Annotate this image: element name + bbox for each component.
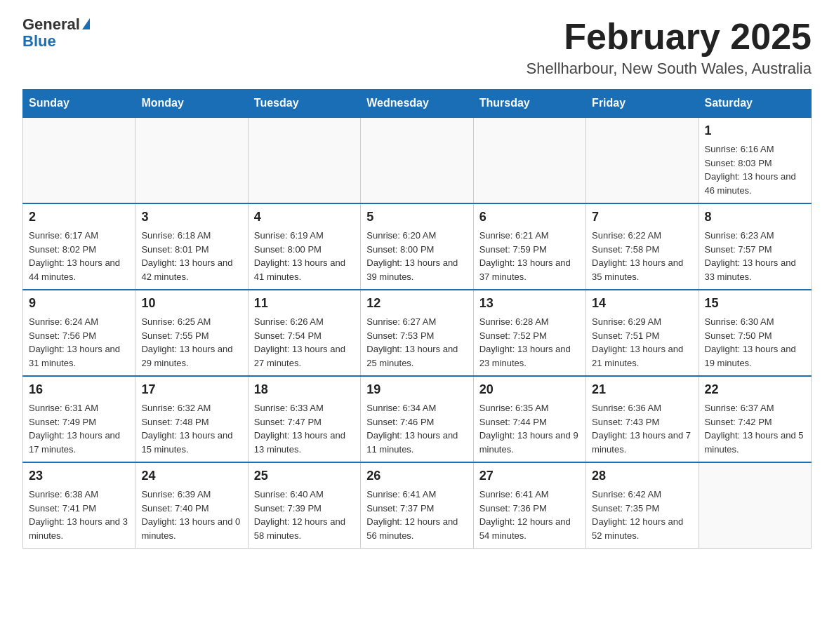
day-info: Sunrise: 6:38 AM Sunset: 7:41 PM Dayligh… — [29, 488, 129, 542]
day-number: 16 — [29, 382, 129, 397]
day-number: 6 — [479, 210, 580, 224]
day-info: Sunrise: 6:34 AM Sunset: 7:46 PM Dayligh… — [366, 401, 467, 456]
day-info: Sunrise: 6:24 AM Sunset: 7:56 PM Dayligh… — [29, 315, 129, 370]
day-number: 20 — [479, 382, 580, 397]
day-number: 7 — [592, 210, 692, 224]
calendar-day-cell: 17Sunrise: 6:32 AM Sunset: 7:48 PM Dayli… — [135, 376, 248, 462]
calendar-day-cell: 5Sunrise: 6:20 AM Sunset: 8:00 PM Daylig… — [361, 203, 473, 290]
day-info: Sunrise: 6:41 AM Sunset: 7:36 PM Dayligh… — [479, 488, 580, 542]
calendar-day-cell: 21Sunrise: 6:36 AM Sunset: 7:43 PM Dayli… — [586, 376, 699, 462]
day-info: Sunrise: 6:21 AM Sunset: 7:59 PM Dayligh… — [479, 229, 580, 283]
day-number: 22 — [705, 382, 805, 397]
calendar-day-cell: 16Sunrise: 6:31 AM Sunset: 7:49 PM Dayli… — [23, 376, 135, 462]
calendar-header-wednesday: Wednesday — [361, 90, 473, 118]
page-header: General Blue February 2025 Shellharbour,… — [22, 17, 812, 78]
calendar-day-cell — [248, 117, 360, 203]
day-info: Sunrise: 6:42 AM Sunset: 7:35 PM Dayligh… — [592, 488, 692, 542]
day-number: 23 — [29, 469, 129, 483]
day-number: 26 — [366, 469, 467, 483]
calendar-day-cell: 19Sunrise: 6:34 AM Sunset: 7:46 PM Dayli… — [361, 376, 473, 462]
calendar-header-tuesday: Tuesday — [248, 90, 360, 118]
calendar-day-cell: 10Sunrise: 6:25 AM Sunset: 7:55 PM Dayli… — [135, 290, 248, 376]
calendar-day-cell: 6Sunrise: 6:21 AM Sunset: 7:59 PM Daylig… — [473, 203, 585, 290]
title-section: February 2025 Shellharbour, New South Wa… — [527, 17, 812, 78]
day-number: 15 — [705, 296, 805, 311]
calendar-day-cell: 26Sunrise: 6:41 AM Sunset: 7:37 PM Dayli… — [361, 462, 473, 549]
calendar-day-cell: 28Sunrise: 6:42 AM Sunset: 7:35 PM Dayli… — [586, 462, 699, 549]
calendar-table: SundayMondayTuesdayWednesdayThursdayFrid… — [22, 89, 812, 549]
calendar-day-cell — [135, 117, 248, 203]
calendar-day-cell: 1Sunrise: 6:16 AM Sunset: 8:03 PM Daylig… — [699, 117, 811, 203]
day-number: 8 — [705, 210, 805, 224]
day-info: Sunrise: 6:22 AM Sunset: 7:58 PM Dayligh… — [592, 229, 692, 283]
day-info: Sunrise: 6:19 AM Sunset: 8:00 PM Dayligh… — [254, 229, 355, 283]
calendar-day-cell: 11Sunrise: 6:26 AM Sunset: 7:54 PM Dayli… — [248, 290, 360, 376]
day-info: Sunrise: 6:27 AM Sunset: 7:53 PM Dayligh… — [366, 315, 467, 370]
day-number: 12 — [366, 296, 467, 311]
day-info: Sunrise: 6:37 AM Sunset: 7:42 PM Dayligh… — [705, 401, 805, 456]
calendar-day-cell: 9Sunrise: 6:24 AM Sunset: 7:56 PM Daylig… — [23, 290, 135, 376]
day-number: 14 — [592, 296, 692, 311]
calendar-day-cell: 7Sunrise: 6:22 AM Sunset: 7:58 PM Daylig… — [586, 203, 699, 290]
day-number: 1 — [705, 123, 805, 138]
logo-blue: Blue — [22, 32, 56, 50]
calendar-day-cell: 12Sunrise: 6:27 AM Sunset: 7:53 PM Dayli… — [361, 290, 473, 376]
calendar-header-saturday: Saturday — [699, 90, 811, 118]
day-info: Sunrise: 6:16 AM Sunset: 8:03 PM Dayligh… — [705, 142, 805, 197]
day-info: Sunrise: 6:25 AM Sunset: 7:55 PM Dayligh… — [141, 315, 241, 370]
calendar-week-row: 1Sunrise: 6:16 AM Sunset: 8:03 PM Daylig… — [23, 117, 812, 203]
logo-triangle-icon — [82, 18, 90, 29]
day-info: Sunrise: 6:29 AM Sunset: 7:51 PM Dayligh… — [592, 315, 692, 370]
day-info: Sunrise: 6:30 AM Sunset: 7:50 PM Dayligh… — [705, 315, 805, 370]
calendar-day-cell — [473, 117, 585, 203]
day-info: Sunrise: 6:17 AM Sunset: 8:02 PM Dayligh… — [29, 229, 129, 283]
calendar-day-cell: 4Sunrise: 6:19 AM Sunset: 8:00 PM Daylig… — [248, 203, 360, 290]
day-number: 24 — [141, 469, 241, 483]
calendar-day-cell: 14Sunrise: 6:29 AM Sunset: 7:51 PM Dayli… — [586, 290, 699, 376]
logo-general: General — [22, 17, 80, 32]
day-info: Sunrise: 6:31 AM Sunset: 7:49 PM Dayligh… — [29, 401, 129, 456]
day-number: 27 — [479, 469, 580, 483]
calendar-day-cell: 22Sunrise: 6:37 AM Sunset: 7:42 PM Dayli… — [699, 376, 811, 462]
day-info: Sunrise: 6:41 AM Sunset: 7:37 PM Dayligh… — [366, 488, 467, 542]
day-number: 25 — [254, 469, 355, 483]
calendar-day-cell: 20Sunrise: 6:35 AM Sunset: 7:44 PM Dayli… — [473, 376, 585, 462]
calendar-day-cell — [361, 117, 473, 203]
day-info: Sunrise: 6:35 AM Sunset: 7:44 PM Dayligh… — [479, 401, 580, 456]
location-subtitle: Shellharbour, New South Wales, Australia — [527, 60, 812, 78]
day-info: Sunrise: 6:26 AM Sunset: 7:54 PM Dayligh… — [254, 315, 355, 370]
calendar-header-friday: Friday — [586, 90, 699, 118]
calendar-day-cell — [23, 117, 135, 203]
calendar-week-row: 16Sunrise: 6:31 AM Sunset: 7:49 PM Dayli… — [23, 376, 812, 462]
calendar-header-sunday: Sunday — [23, 90, 135, 118]
day-info: Sunrise: 6:36 AM Sunset: 7:43 PM Dayligh… — [592, 401, 692, 456]
day-number: 3 — [141, 210, 241, 224]
calendar-day-cell: 3Sunrise: 6:18 AM Sunset: 8:01 PM Daylig… — [135, 203, 248, 290]
day-number: 2 — [29, 210, 129, 224]
calendar-day-cell: 8Sunrise: 6:23 AM Sunset: 7:57 PM Daylig… — [699, 203, 811, 290]
calendar-day-cell — [699, 462, 811, 549]
day-number: 5 — [366, 210, 467, 224]
calendar-week-row: 9Sunrise: 6:24 AM Sunset: 7:56 PM Daylig… — [23, 290, 812, 376]
day-info: Sunrise: 6:20 AM Sunset: 8:00 PM Dayligh… — [366, 229, 467, 283]
day-info: Sunrise: 6:39 AM Sunset: 7:40 PM Dayligh… — [141, 488, 241, 542]
calendar-header-monday: Monday — [135, 90, 248, 118]
day-info: Sunrise: 6:32 AM Sunset: 7:48 PM Dayligh… — [141, 401, 241, 456]
day-info: Sunrise: 6:23 AM Sunset: 7:57 PM Dayligh… — [705, 229, 805, 283]
calendar-header-row: SundayMondayTuesdayWednesdayThursdayFrid… — [23, 90, 812, 118]
day-number: 11 — [254, 296, 355, 311]
calendar-week-row: 23Sunrise: 6:38 AM Sunset: 7:41 PM Dayli… — [23, 462, 812, 549]
day-info: Sunrise: 6:18 AM Sunset: 8:01 PM Dayligh… — [141, 229, 241, 283]
calendar-day-cell: 25Sunrise: 6:40 AM Sunset: 7:39 PM Dayli… — [248, 462, 360, 549]
calendar-day-cell: 24Sunrise: 6:39 AM Sunset: 7:40 PM Dayli… — [135, 462, 248, 549]
day-number: 10 — [141, 296, 241, 311]
day-number: 21 — [592, 382, 692, 397]
day-number: 9 — [29, 296, 129, 311]
calendar-day-cell: 18Sunrise: 6:33 AM Sunset: 7:47 PM Dayli… — [248, 376, 360, 462]
calendar-day-cell: 2Sunrise: 6:17 AM Sunset: 8:02 PM Daylig… — [23, 203, 135, 290]
calendar-week-row: 2Sunrise: 6:17 AM Sunset: 8:02 PM Daylig… — [23, 203, 812, 290]
day-number: 19 — [366, 382, 467, 397]
calendar-day-cell: 15Sunrise: 6:30 AM Sunset: 7:50 PM Dayli… — [699, 290, 811, 376]
logo: General Blue — [22, 17, 90, 51]
day-number: 13 — [479, 296, 580, 311]
